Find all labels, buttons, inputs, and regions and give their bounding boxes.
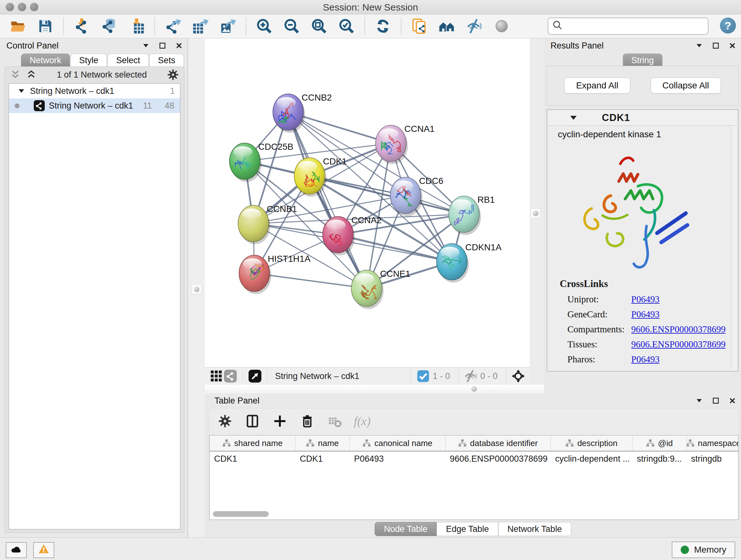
crosslink-link[interactable]: 9606.ENSP00000378699 (631, 324, 726, 334)
import-network-database-icon[interactable] (101, 18, 118, 35)
warnings-button[interactable] (33, 542, 54, 558)
network-node-CDC6[interactable]: CDC6 (390, 176, 443, 216)
right-splitter[interactable] (530, 38, 545, 393)
column-header[interactable]: description (550, 435, 632, 451)
collapse-all-button[interactable]: Collapse All (651, 78, 721, 94)
share-view-icon[interactable] (223, 369, 238, 383)
expand-all-button[interactable]: Expand All (564, 78, 630, 94)
column-header[interactable]: database identifier (445, 435, 550, 451)
network-tree-root-row[interactable]: String Network – cdk1 1 (9, 84, 180, 98)
network-options-gear-icon[interactable] (167, 69, 179, 81)
column-header[interactable]: name (295, 435, 349, 451)
network-node-CCNB1[interactable]: CCNB1 (238, 204, 297, 244)
network-graph[interactable]: CCNB2CCNA1CDC25BCDK1CDC6RB1CCNB1CCNA2CDK… (205, 38, 530, 367)
trash-icon[interactable] (299, 413, 316, 429)
crosslink-link[interactable]: P06493 (631, 294, 660, 305)
import-table-icon[interactable] (128, 18, 145, 35)
network-node-CCNE1[interactable]: CCNE1 (351, 269, 410, 309)
network-view-canvas[interactable]: CCNB2CCNA1CDC25BCDK1CDC6RB1CCNB1CCNA2CDK… (205, 38, 530, 385)
column-header[interactable]: namespace (686, 435, 738, 451)
table-cell[interactable]: cyclin-dependent ... (550, 451, 632, 466)
gear-icon[interactable] (217, 413, 233, 429)
network-node-RB1[interactable]: RB1 (449, 195, 495, 235)
search-input[interactable] (563, 19, 708, 33)
column-header[interactable]: @id (632, 435, 686, 451)
memory-button[interactable]: Memory (672, 542, 735, 558)
table-horizontal-scrollbar[interactable] (213, 511, 269, 517)
network-edge[interactable] (338, 235, 452, 262)
import-network-file-icon[interactable] (73, 18, 90, 35)
caret-down-icon[interactable] (17, 87, 25, 95)
float-panel-icon[interactable] (158, 42, 166, 50)
collapse-panel-icon[interactable] (142, 42, 150, 50)
zoom-in-icon[interactable] (256, 18, 273, 35)
close-panel-icon[interactable] (728, 42, 737, 50)
crosslink-link[interactable]: P06493 (631, 309, 660, 320)
caret-down-icon[interactable] (569, 113, 578, 123)
birdseye-view-icon[interactable] (248, 369, 262, 383)
collapse-panel-icon[interactable] (695, 396, 703, 405)
network-node-CDC25B[interactable]: CDC25B (229, 142, 293, 182)
search-box[interactable] (548, 17, 709, 35)
results-vertical-scrollbar[interactable] (731, 126, 737, 370)
hide-selected-icon[interactable] (466, 18, 482, 35)
network-node-HIST1H1A[interactable]: HIST1H1A (239, 254, 311, 294)
table-cell[interactable]: P06493 (349, 451, 445, 466)
expand-all-networks-icon[interactable] (26, 69, 37, 80)
float-panel-icon[interactable] (712, 42, 720, 50)
tab-string[interactable]: String (623, 54, 663, 67)
table-cell[interactable]: stringdb:9... (632, 451, 686, 466)
splitter-handle[interactable] (530, 208, 541, 219)
collapse-all-networks-icon[interactable] (10, 69, 21, 80)
save-session-icon[interactable] (37, 18, 54, 35)
grid-view-icon[interactable] (209, 369, 223, 383)
cloud-button[interactable] (6, 542, 27, 558)
zoom-out-icon[interactable] (283, 18, 300, 35)
network-tree-child-row[interactable]: String Network – cdk1 11 48 (9, 98, 180, 113)
network-node-CDK1[interactable]: CDK1 (294, 157, 347, 197)
collapse-panel-icon[interactable] (695, 42, 703, 50)
show-all-icon[interactable] (493, 18, 510, 35)
node-table[interactable]: shared namenamecanonical namedatabase id… (209, 435, 738, 520)
left-splitter[interactable] (188, 38, 205, 537)
zoom-selected-icon[interactable] (338, 18, 355, 35)
crosslink-link[interactable]: 9606.ENSP00000378699 (631, 339, 726, 350)
network-node-CCNA1[interactable]: CCNA1 (376, 124, 434, 164)
clipboard-share-icon[interactable] (411, 18, 428, 35)
close-panel-icon[interactable] (175, 42, 183, 50)
column-header[interactable]: shared name (210, 435, 295, 451)
tab-node-table[interactable]: Node Table (375, 522, 436, 536)
table-cell[interactable]: CDK1 (295, 451, 349, 466)
columns-icon[interactable] (244, 413, 261, 429)
table-cell[interactable]: stringdb (686, 451, 738, 466)
network-node-CDKN1A[interactable]: CDKN1A (436, 242, 502, 283)
open-session-icon[interactable] (10, 18, 26, 35)
table-cell[interactable]: 9606.ENSP00000378699 (445, 451, 550, 466)
float-panel-icon[interactable] (712, 396, 720, 405)
first-neighbors-icon[interactable] (439, 18, 455, 35)
close-panel-icon[interactable] (728, 396, 737, 405)
tab-network-table[interactable]: Network Table (498, 522, 571, 536)
tab-select[interactable]: Select (108, 54, 149, 67)
fit-selected-crosshair-icon[interactable] (511, 369, 525, 383)
zoom-fit-icon[interactable] (311, 18, 327, 35)
splitter-handle[interactable] (192, 284, 202, 294)
tab-network[interactable]: Network (21, 54, 70, 67)
export-table-icon[interactable] (192, 18, 209, 35)
export-network-icon[interactable] (165, 18, 181, 35)
refresh-icon[interactable] (375, 18, 391, 35)
column-header[interactable]: canonical name (349, 435, 445, 451)
add-icon[interactable] (272, 413, 288, 429)
tab-style[interactable]: Style (71, 54, 107, 67)
tab-sets[interactable]: Sets (149, 54, 184, 67)
protein-card-header[interactable]: CDK1 (548, 110, 738, 126)
splitter-handle[interactable] (469, 384, 479, 394)
table-cell[interactable]: CDK1 (210, 451, 295, 466)
network-node-CCNB2[interactable]: CCNB2 (273, 92, 332, 133)
export-image-icon[interactable] (219, 18, 236, 35)
selected-checkbox-icon[interactable] (416, 369, 430, 383)
crosslink-link[interactable]: P06493 (631, 354, 660, 365)
table-row[interactable]: CDK1CDK1P064939606.ENSP00000378699cyclin… (210, 451, 738, 466)
tab-edge-table[interactable]: Edge Table (436, 522, 498, 536)
help-button[interactable]: ? (720, 17, 736, 34)
